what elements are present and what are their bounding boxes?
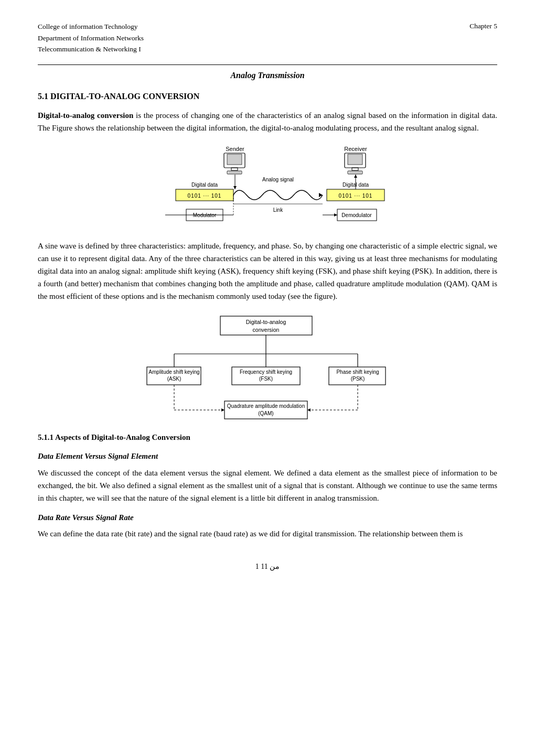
svg-text:0101 ··· 101: 0101 ··· 101 (339, 193, 373, 199)
section-51-para2: A sine wave is defined by three characte… (38, 240, 497, 303)
subsection-data-rate-heading: Data Rate Versus Signal Rate (38, 512, 497, 524)
svg-rect-3 (231, 168, 238, 170)
header-right: Chapter 5 (469, 21, 497, 31)
svg-text:(QAM): (QAM) (258, 411, 273, 416)
svg-text:Frequency shift keying: Frequency shift keying (240, 369, 292, 375)
bold-term-digital-analog: Digital-to-analog conversion (38, 111, 133, 120)
header-left: College of information Technology Depart… (38, 21, 144, 55)
svg-text:0101 ··· 101: 0101 ··· 101 (188, 193, 222, 199)
diagram2-svg: Digital-to-analog conversion Amplitude s… (136, 312, 399, 422)
subsection-data-element-para: We discussed the concept of the data ele… (38, 467, 497, 504)
svg-text:Amplitude shift keying: Amplitude shift keying (148, 369, 199, 375)
header-line3: Telecommunication & Networking I (38, 44, 144, 55)
header-divider (38, 64, 497, 65)
header-line2: Department of Information Networks (38, 33, 144, 44)
svg-text:(FSK): (FSK) (259, 376, 273, 382)
svg-marker-59 (221, 408, 224, 412)
svg-text:Receiver: Receiver (344, 146, 367, 152)
svg-text:Sender: Sender (226, 146, 244, 152)
svg-text:Link: Link (273, 207, 283, 213)
svg-rect-11 (348, 171, 362, 174)
svg-text:Digital data: Digital data (191, 182, 218, 188)
page-footer: 1 من 11 (38, 561, 497, 572)
svg-marker-20 (233, 186, 237, 189)
svg-text:(ASK): (ASK) (167, 376, 181, 382)
svg-marker-62 (307, 408, 311, 412)
page-number: 1 من 11 (255, 563, 280, 570)
svg-rect-10 (352, 168, 358, 170)
svg-text:Quadrature amplitude modulatio: Quadrature amplitude modulation (227, 403, 305, 409)
svg-marker-32 (354, 175, 357, 178)
subsection-data-element-heading: Data Element Versus Signal Element (38, 450, 497, 462)
page-header: College of information Technology Depart… (38, 21, 497, 55)
section-51-para1: Digital-to-analog conversion is the proc… (38, 109, 497, 134)
chapter-title: Analog Transmission (230, 71, 304, 80)
section-511-heading: 5.1.1 Aspects of Digital-to-Analog Conve… (38, 431, 497, 444)
diagram1-container: Sender Receiver Digital data 0101 ··· 10… (38, 144, 497, 230)
section-51-heading: 5.1 DIGITAL-TO-ANALOG CONVERSION (38, 90, 497, 103)
svg-text:Digital-to-analog: Digital-to-analog (246, 319, 286, 325)
diagram1-svg: Sender Receiver Digital data 0101 ··· 10… (113, 144, 422, 230)
svg-rect-2 (227, 154, 242, 165)
svg-text:(PSK): (PSK) (351, 376, 365, 382)
svg-rect-9 (348, 154, 362, 165)
header-line1: College of information Technology (38, 21, 144, 33)
subsection-data-rate-para: We can define the data rate (bit rate) a… (38, 527, 497, 540)
svg-marker-34 (334, 213, 337, 217)
svg-text:Phase shift keying: Phase shift keying (336, 369, 379, 375)
svg-text:Analog signal: Analog signal (262, 177, 294, 182)
chapter-title-section: Analog Transmission (38, 69, 497, 82)
svg-rect-4 (227, 171, 242, 174)
svg-text:conversion: conversion (253, 327, 280, 333)
diagram2-container: Digital-to-analog conversion Amplitude s… (38, 312, 497, 422)
svg-text:Demodulator: Demodulator (341, 212, 372, 218)
